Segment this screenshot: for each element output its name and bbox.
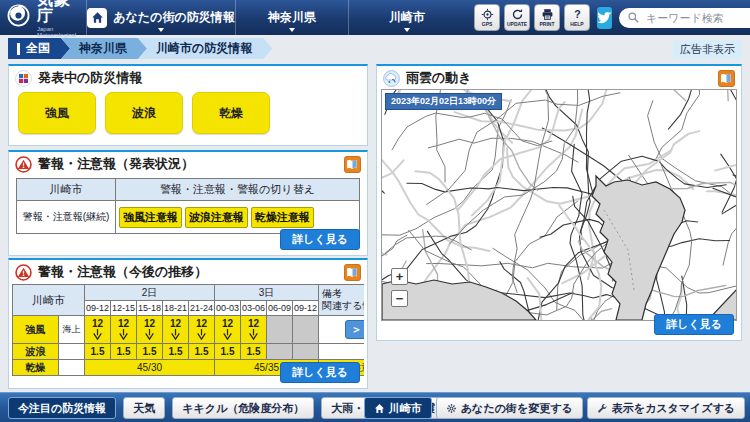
active-warning-button-1[interactable]: 波浪: [105, 92, 183, 134]
timeline-row-0: 強風海上12121212121212＞: [13, 316, 365, 344]
timeline-remark-cell: ＞: [319, 316, 365, 344]
timeline-remarks-header: 備考関連する情報: [319, 285, 365, 316]
wind-arrow-icon: [119, 329, 128, 340]
warning-icon: [15, 264, 32, 281]
grid-icon: [15, 70, 32, 87]
wind-arrow-icon: [145, 329, 154, 340]
chevron-down-icon: [404, 28, 410, 32]
book-icon: [344, 156, 361, 173]
timeline-cell-empty: [267, 344, 293, 360]
bottom-nav-left-0[interactable]: 今注目の防災情報: [8, 397, 116, 419]
book-icon[interactable]: [344, 156, 361, 173]
panel-title-active: 発表中の防災情報: [38, 69, 142, 87]
warning-status-table: 川崎市 警報・注意報・警報の切り替え 警報・注意報(継続) 強風注意報波浪注意報…: [16, 178, 360, 234]
twitter-button[interactable]: [597, 7, 612, 29]
book-icon[interactable]: [718, 70, 735, 87]
timeline-cell-wind: 12: [111, 316, 137, 344]
breadcrumb-item-0[interactable]: 全国: [8, 38, 70, 59]
nav-item-1[interactable]: 神奈川県: [235, 0, 348, 35]
timeline-cell-empty: [267, 316, 293, 344]
timeline-cell-empty: [293, 344, 319, 360]
bottom-nav-right: 川崎市あなたの街を変更する表示をカスタマイズする: [364, 397, 745, 419]
nav-item-2[interactable]: 川崎市: [348, 0, 465, 35]
status-row-label: 警報・注意報(継続): [17, 201, 116, 234]
map-zoom-in-button[interactable]: +: [391, 268, 408, 285]
wind-arrow-icon: [93, 329, 102, 340]
timeline-time-header-5: 00-03: [215, 301, 241, 316]
search-icon: [627, 11, 640, 24]
chevron-down-icon: [158, 28, 164, 32]
timeline-cell-value: 1.5: [189, 344, 215, 360]
tool-button-help[interactable]: ?HELP: [564, 4, 590, 31]
timeline-more-button[interactable]: 詳しく見る: [280, 362, 360, 383]
search-input[interactable]: [644, 11, 750, 25]
timeline-time-header-4: 21-24: [189, 301, 215, 316]
print-icon: [541, 8, 554, 21]
rain-cloud-icon: [383, 70, 400, 87]
advisory-tag-2[interactable]: 乾燥注意報: [251, 207, 314, 228]
warning-icon: [15, 156, 32, 173]
timeline-time-header-6: 03-06: [241, 301, 267, 316]
bottom-nav-left-2[interactable]: キキクル（危険度分布）: [172, 397, 314, 419]
timeline-cell-value: 1.5: [163, 344, 189, 360]
timeline-time-header-8: 09-12: [293, 301, 319, 316]
top-bar: 気象庁 Japan Meteorological Agency あなたの街の防災…: [0, 0, 750, 35]
timeline-time-header-2: 15-18: [137, 301, 163, 316]
panel-title-status: 警報・注意報（発表状況）: [38, 155, 194, 173]
timeline-time-header-1: 12-15: [111, 301, 137, 316]
hide-ads-link[interactable]: 広告非表示: [673, 40, 742, 59]
advisory-tag-0[interactable]: 強風注意報: [119, 207, 182, 228]
bottom-nav-right-2[interactable]: 表示をカスタマイズする: [587, 397, 745, 419]
nav-item-0[interactable]: あなたの街の防災情報: [86, 0, 235, 35]
home-icon: [91, 11, 104, 24]
radar-more-button[interactable]: 詳しく見る: [654, 314, 734, 335]
breadcrumb-item-1[interactable]: 神奈川県: [61, 38, 147, 59]
timeline-time-header-3: 18-21: [163, 301, 189, 316]
wind-arrow-icon: [171, 329, 180, 340]
breadcrumb: 全国神奈川県川崎市の防災情報: [8, 38, 272, 59]
status-more-button[interactable]: 詳しく見る: [280, 229, 360, 250]
active-warning-button-0[interactable]: 強風: [18, 92, 96, 134]
panel-active-warnings: 発表中の防災情報 強風波浪乾燥: [8, 64, 368, 146]
advisory-tag-1[interactable]: 波浪注意報: [185, 207, 248, 228]
rain-cloud-icon: [383, 70, 400, 87]
book-icon[interactable]: [344, 264, 361, 281]
bottom-nav-right-1[interactable]: あなたの街を変更する: [436, 397, 583, 419]
bottom-nav-right-0[interactable]: 川崎市: [364, 397, 432, 419]
radar-map[interactable]: 2023年02月02日13時00分 + −: [381, 89, 737, 321]
wind-arrow-icon: [197, 329, 206, 340]
tool-button-print[interactable]: PRINT: [534, 4, 560, 31]
related-info-button[interactable]: ＞: [345, 320, 365, 339]
twitter-icon: [597, 10, 612, 25]
radar-timestamp: 2023年02月02日13時00分: [385, 93, 502, 110]
book-icon: [718, 70, 735, 87]
active-warning-button-2[interactable]: 乾燥: [192, 92, 270, 134]
tool-button-gps[interactable]: GPS: [474, 4, 500, 31]
timeline-day-header-1: 3日: [215, 285, 319, 301]
timeline-cell-wind: 12: [163, 316, 189, 344]
help-icon: ?: [571, 8, 584, 21]
jma-swirl-icon: [6, 3, 31, 28]
header-tools: GPSUPDATEPRINT?HELP: [474, 4, 590, 31]
status-region-header: 川崎市: [17, 179, 116, 201]
timeline-cell-value: 1.5: [85, 344, 111, 360]
wind-arrow-icon: [249, 329, 258, 340]
timeline-cell-value: 1.5: [241, 344, 267, 360]
panel-warning-status: 警報・注意報（発表状況） 川崎市 警報・注意報・警報の切り替え 警報・注意報(継…: [8, 150, 368, 256]
warning-icon: [15, 264, 32, 281]
book-icon: [344, 264, 361, 281]
jma-bosai-page: 気象庁 Japan Meteorological Agency あなたの街の防災…: [0, 0, 750, 422]
timeline-cell-empty: [293, 316, 319, 344]
timeline-cell-value: 1.5: [215, 344, 241, 360]
timeline-cell-value: 1.5: [111, 344, 137, 360]
timeline-cell-wind: 12: [85, 316, 111, 344]
map-zoom-out-button[interactable]: −: [391, 290, 408, 307]
timeline-cell-wind: 12: [137, 316, 163, 344]
tool-button-update[interactable]: UPDATE: [504, 4, 530, 31]
bottom-bar: 今注目の防災情報天気キキクル（危険度分布）大雨・大雪地震・火山 川崎市あなたの街…: [0, 392, 750, 422]
jma-logo[interactable]: 気象庁 Japan Meteorological Agency: [0, 0, 86, 35]
breadcrumb-item-2[interactable]: 川崎市の防災情報: [138, 38, 272, 59]
bottom-nav-left-1[interactable]: 天気: [123, 397, 165, 419]
panel-title-timeline: 警報・注意報（今後の推移）: [38, 263, 207, 281]
home-icon: [374, 403, 385, 414]
